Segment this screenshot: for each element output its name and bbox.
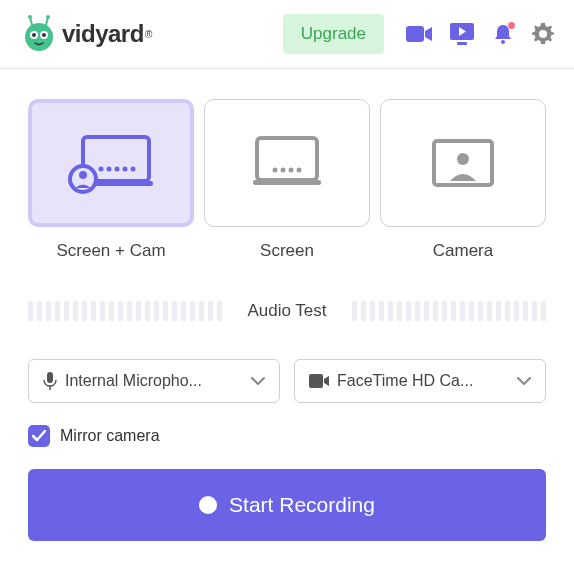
audio-test-label: Audio Test: [247, 301, 326, 321]
trademark: ®: [145, 29, 152, 40]
svg-point-19: [115, 167, 120, 172]
notification-badge: [508, 22, 515, 29]
svg-point-13: [501, 40, 505, 44]
camera-icon[interactable]: [406, 25, 432, 43]
camera-mode-icon: [430, 137, 496, 189]
check-icon: [32, 430, 46, 442]
mirror-label: Mirror camera: [60, 427, 160, 445]
library-icon[interactable]: [450, 23, 474, 45]
svg-rect-24: [257, 138, 317, 180]
brand-name: vidyard: [62, 20, 144, 48]
svg-rect-12: [457, 42, 467, 45]
svg-point-29: [297, 168, 302, 173]
video-icon: [309, 374, 329, 388]
notification-icon[interactable]: [492, 23, 514, 45]
svg-point-23: [79, 171, 87, 179]
mode-screen-cam[interactable]: Screen + Cam: [28, 99, 194, 261]
svg-rect-34: [309, 374, 323, 388]
mode-camera-box: [380, 99, 546, 227]
svg-point-8: [42, 33, 46, 37]
content: Screen + Cam Screen: [0, 69, 574, 561]
mode-label: Camera: [433, 241, 493, 261]
svg-rect-25: [253, 180, 321, 185]
logo-icon: [20, 15, 58, 53]
microphone-value: Internal Micropho...: [65, 372, 243, 390]
header: vidyard® Upgrade: [0, 0, 574, 69]
mirror-camera-row: Mirror camera: [28, 425, 546, 447]
svg-point-17: [99, 167, 104, 172]
svg-point-18: [107, 167, 112, 172]
svg-rect-32: [47, 372, 53, 383]
svg-point-31: [457, 153, 469, 165]
start-recording-button[interactable]: Start Recording: [28, 469, 546, 541]
microphone-icon: [43, 372, 57, 390]
svg-point-21: [131, 167, 136, 172]
mode-screen-box: [204, 99, 370, 227]
upgrade-button[interactable]: Upgrade: [283, 14, 384, 54]
mode-screen-cam-box: [28, 99, 194, 227]
chevron-down-icon: [251, 377, 265, 385]
svg-point-20: [123, 167, 128, 172]
mode-screen[interactable]: Screen: [204, 99, 370, 261]
svg-point-4: [25, 23, 53, 51]
audio-test: Audio Test: [28, 301, 546, 321]
header-icons: [406, 23, 554, 45]
device-selects: Internal Micropho... FaceTime HD Ca...: [28, 359, 546, 403]
audio-bars-left: [28, 301, 233, 321]
audio-bars-right: [341, 301, 546, 321]
mode-label: Screen: [260, 241, 314, 261]
settings-icon[interactable]: [532, 23, 554, 45]
svg-point-26: [273, 168, 278, 173]
mirror-checkbox[interactable]: [28, 425, 50, 447]
svg-rect-9: [406, 26, 424, 42]
mode-selector-row: Screen + Cam Screen: [28, 99, 546, 261]
microphone-select[interactable]: Internal Micropho...: [28, 359, 280, 403]
svg-point-28: [289, 168, 294, 173]
svg-point-27: [281, 168, 286, 173]
record-icon: [199, 496, 217, 514]
svg-point-1: [28, 15, 32, 19]
mode-label: Screen + Cam: [56, 241, 165, 261]
svg-point-3: [46, 15, 50, 19]
camera-value: FaceTime HD Ca...: [337, 372, 509, 390]
logo[interactable]: vidyard®: [20, 15, 273, 53]
mode-camera[interactable]: Camera: [380, 99, 546, 261]
screen-icon: [247, 134, 327, 192]
svg-point-14: [540, 31, 546, 37]
start-recording-label: Start Recording: [229, 493, 375, 517]
chevron-down-icon: [517, 377, 531, 385]
camera-select[interactable]: FaceTime HD Ca...: [294, 359, 546, 403]
svg-point-6: [32, 33, 36, 37]
screen-cam-icon: [67, 131, 155, 195]
